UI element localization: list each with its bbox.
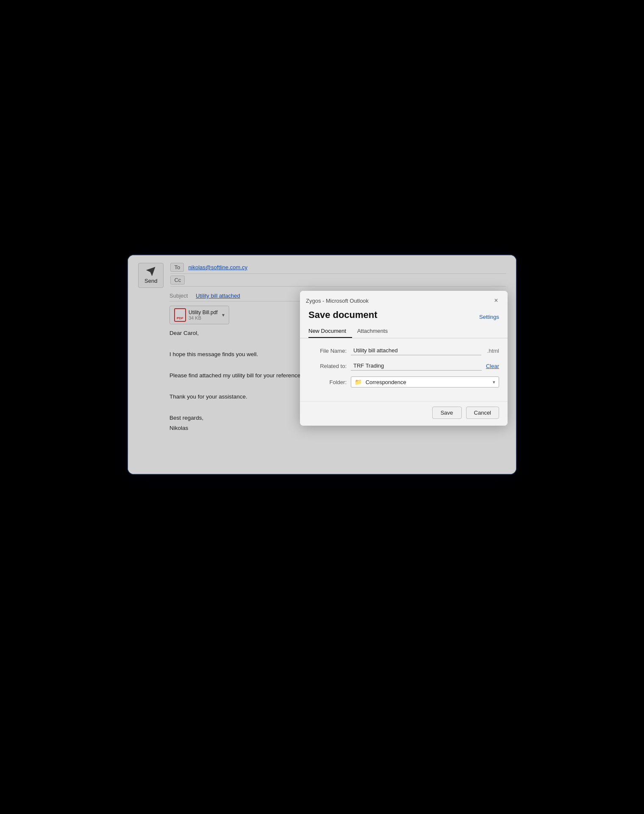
- folder-select[interactable]: 📁 Correspondence ▾: [351, 376, 499, 387]
- save-document-dialog: Zygos - Microsoft Outlook × Save documen…: [300, 291, 508, 426]
- related-to-label: Related to:: [308, 363, 347, 369]
- file-name-input[interactable]: [351, 346, 481, 355]
- modal-titlebar: Zygos - Microsoft Outlook ×: [300, 291, 508, 306]
- file-name-label: File Name:: [308, 348, 347, 354]
- folder-chevron-icon: ▾: [493, 379, 495, 385]
- save-button[interactable]: Save: [432, 407, 462, 419]
- modal-heading: Save document: [308, 306, 499, 325]
- tab-attachments[interactable]: Attachments: [357, 325, 394, 338]
- folder-label: Folder:: [308, 379, 347, 385]
- file-name-row: File Name: .html: [308, 346, 499, 355]
- folder-row: Folder: 📁 Correspondence ▾: [308, 376, 499, 387]
- folder-icon: 📁: [355, 379, 362, 385]
- modal-title: Zygos - Microsoft Outlook: [306, 298, 369, 304]
- clear-button[interactable]: Clear: [486, 363, 499, 369]
- folder-value: Correspondence: [366, 379, 406, 385]
- cancel-button[interactable]: Cancel: [466, 407, 499, 419]
- outlook-window: Send To nikolas@softline.com.cy Cc Subje…: [127, 254, 517, 475]
- modal-actions: Save Cancel: [300, 401, 508, 426]
- modal-overlay: Zygos - Microsoft Outlook × Save documen…: [128, 255, 516, 474]
- modal-close-button[interactable]: ×: [491, 295, 502, 306]
- modal-tabs: New Document Attachments: [300, 325, 508, 338]
- related-to-row: Related to: Clear: [308, 361, 499, 371]
- modal-body: File Name: .html Related to: Clear Folde…: [300, 338, 508, 401]
- file-name-suffix: .html: [487, 348, 499, 354]
- related-to-input[interactable]: [351, 361, 482, 371]
- settings-link[interactable]: Settings: [479, 314, 499, 320]
- tab-new-document[interactable]: New Document: [308, 325, 352, 338]
